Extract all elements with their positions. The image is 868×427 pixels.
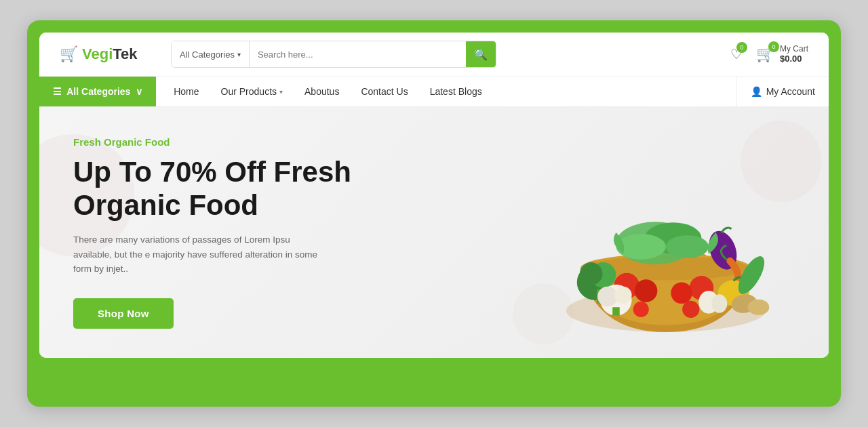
- account-label: My Account: [766, 86, 815, 97]
- products-chevron-icon: ▾: [279, 88, 283, 96]
- hero-basket-image: [524, 107, 808, 358]
- svg-point-18: [614, 287, 631, 304]
- svg-point-17: [597, 287, 617, 306]
- svg-point-22: [711, 294, 727, 312]
- navbar: ☰ All Categories ∨ Home Our Products ▾ A…: [39, 77, 829, 107]
- cart-icon-wrap: 🛒 0: [756, 45, 774, 63]
- basket-svg: [524, 107, 808, 358]
- nav-aboutus[interactable]: Aboutus: [294, 77, 350, 106]
- search-category-dropdown[interactable]: All Categories ▾: [172, 41, 250, 67]
- logo-tek: Tek: [113, 45, 137, 62]
- category-label: All Categories: [180, 49, 235, 60]
- logo-text: VegiTek: [82, 45, 138, 63]
- shop-now-button[interactable]: Shop Now: [73, 298, 174, 329]
- all-categories-button[interactable]: ☰ All Categories ∨: [39, 77, 156, 106]
- cart-badge: 0: [768, 41, 779, 52]
- svg-point-24: [748, 300, 770, 315]
- search-input[interactable]: [250, 41, 466, 67]
- hero-description: There are many variations of passages of…: [73, 232, 331, 277]
- search-icon: 🔍: [474, 48, 488, 61]
- all-categories-label: ☰ All Categories ∨: [53, 86, 142, 97]
- cart-button[interactable]: 🛒 0 My Cart $0.00: [756, 44, 808, 64]
- inner-card: 🛒 VegiTek All Categories ▾ 🔍: [39, 33, 829, 358]
- svg-point-6: [666, 235, 709, 258]
- nav-blogs[interactable]: Latest Blogs: [419, 77, 493, 106]
- nav-links: Home Our Products ▾ Aboutus Contact Us L…: [156, 77, 736, 106]
- svg-point-13: [635, 279, 658, 302]
- nav-contact[interactable]: Contact Us: [350, 77, 418, 106]
- header: 🛒 VegiTek All Categories ▾ 🔍: [39, 33, 829, 77]
- hero-title-line1: Up To 70% Off Fresh: [73, 156, 351, 188]
- nav-products[interactable]: Our Products ▾: [210, 77, 294, 106]
- search-button[interactable]: 🔍: [466, 41, 496, 67]
- wishlist-badge: 0: [736, 42, 747, 53]
- logo[interactable]: 🛒 VegiTek: [60, 45, 155, 63]
- my-account-button[interactable]: 👤 My Account: [736, 77, 829, 106]
- nav-home[interactable]: Home: [163, 77, 210, 106]
- outer-frame: 🛒 VegiTek All Categories ▾ 🔍: [27, 20, 841, 407]
- svg-point-15: [671, 283, 692, 304]
- cart-label: My Cart: [780, 44, 808, 54]
- hero-tag: Fresh Organic Food: [73, 136, 351, 148]
- svg-point-26: [682, 301, 699, 318]
- hero-title: Up To 70% Off Fresh Organic Food: [73, 156, 351, 222]
- cart-text: My Cart $0.00: [780, 44, 808, 64]
- cart-price: $0.00: [780, 54, 808, 64]
- hero-section: Fresh Organic Food Up To 70% Off Fresh O…: [39, 107, 829, 358]
- logo-vegi: Vegi: [82, 45, 113, 62]
- hero-title-line2: Organic Food: [73, 189, 258, 221]
- svg-point-9: [580, 262, 603, 285]
- svg-point-25: [633, 302, 649, 317]
- wishlist-button[interactable]: ♡ 0: [730, 46, 743, 62]
- category-chevron-icon: ▾: [237, 51, 241, 58]
- logo-cart-icon: 🛒: [60, 45, 78, 63]
- search-bar: All Categories ▾ 🔍: [171, 41, 496, 68]
- account-icon: 👤: [751, 86, 762, 97]
- hero-content: Fresh Organic Food Up To 70% Off Fresh O…: [39, 109, 385, 355]
- svg-rect-19: [612, 307, 620, 316]
- header-actions: ♡ 0 🛒 0 My Cart $0.00: [730, 44, 808, 64]
